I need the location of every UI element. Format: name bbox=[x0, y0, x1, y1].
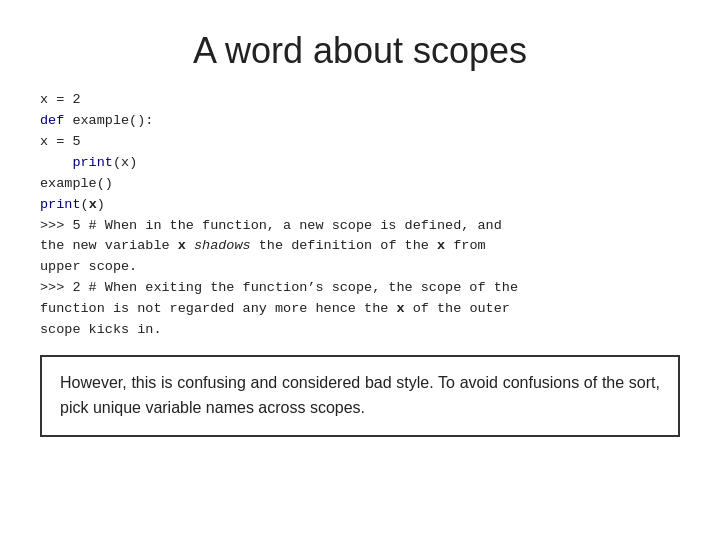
code-line-7: >>> 5 # When in the function, a new scop… bbox=[40, 216, 680, 237]
notice-text: However, this is confusing and considere… bbox=[60, 374, 660, 416]
code-line-2: def example(): bbox=[40, 111, 680, 132]
code-line-4: print(x) bbox=[40, 153, 680, 174]
code-line-9: upper scope. bbox=[40, 257, 680, 278]
code-line-1: x = 2 bbox=[40, 90, 680, 111]
code-line-3: x = 5 bbox=[40, 132, 680, 153]
slide: A word about scopes x = 2 def example():… bbox=[0, 0, 720, 540]
code-block: x = 2 def example(): x = 5 print(x) exam… bbox=[40, 90, 680, 341]
code-line-6: print(x) bbox=[40, 195, 680, 216]
code-line-12: scope kicks in. bbox=[40, 320, 680, 341]
code-line-10: >>> 2 # When exiting the function’s scop… bbox=[40, 278, 680, 299]
code-line-8: the new variable x shadows the definitio… bbox=[40, 236, 680, 257]
code-line-5: example() bbox=[40, 174, 680, 195]
notice-box: However, this is confusing and considere… bbox=[40, 355, 680, 437]
code-line-11: function is not regarded any more hence … bbox=[40, 299, 680, 320]
slide-title: A word about scopes bbox=[40, 30, 680, 72]
